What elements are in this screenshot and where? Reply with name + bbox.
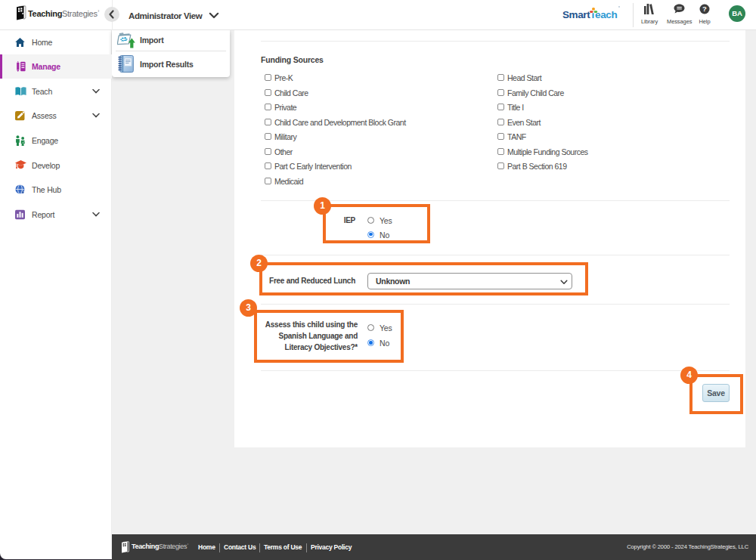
svg-text:?: ? bbox=[702, 5, 707, 13]
